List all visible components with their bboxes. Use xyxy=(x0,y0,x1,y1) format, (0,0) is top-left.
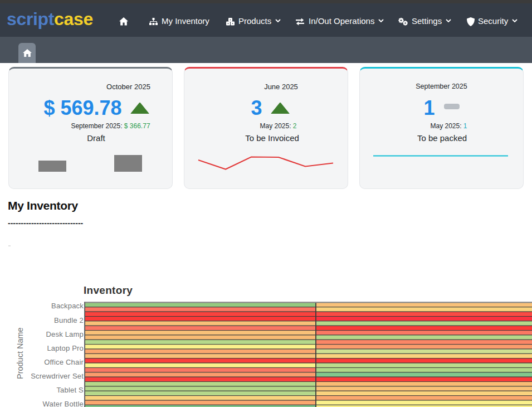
svg-text:Product Name: Product Name xyxy=(16,327,25,379)
svg-text:Bundle 2: Bundle 2 xyxy=(54,316,84,324)
svg-text:Backpack: Backpack xyxy=(51,302,84,310)
svg-text:Office Chair: Office Chair xyxy=(44,358,84,366)
svg-text:Screwdriver Set: Screwdriver Set xyxy=(31,372,84,380)
svg-text:Tablet S: Tablet S xyxy=(56,386,84,394)
svg-text:Laptop Pro: Laptop Pro xyxy=(47,344,84,352)
svg-text:Water Bottle: Water Bottle xyxy=(43,400,84,407)
svg-text:Desk Lamp: Desk Lamp xyxy=(46,330,84,338)
